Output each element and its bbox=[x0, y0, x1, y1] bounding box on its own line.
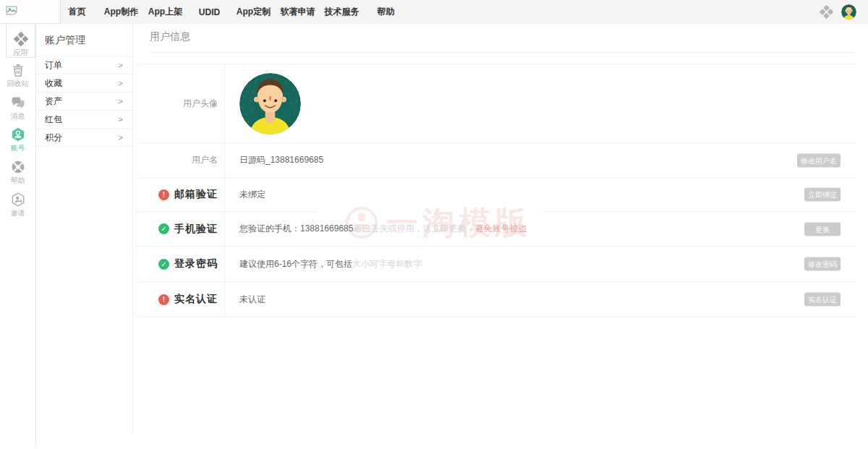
sidebar-title: 账户管理 bbox=[36, 24, 132, 56]
icon-rail: 应用 回收站 消息 账号 帮助 邀请 bbox=[0, 24, 36, 447]
sidebar-item-favorites[interactable]: 收藏 > bbox=[36, 74, 132, 93]
account-sidebar: 账户管理 订单 > 收藏 > 资产 > 红包 > 积分 > bbox=[36, 24, 133, 434]
pinwheel-apps-icon bbox=[14, 32, 28, 46]
user-avatar[interactable] bbox=[841, 4, 856, 20]
topnav-right bbox=[820, 0, 856, 24]
nav-item-app-custom[interactable]: App定制 bbox=[231, 6, 276, 18]
logo-container[interactable] bbox=[0, 0, 61, 24]
rail-item-help[interactable]: 帮助 bbox=[0, 160, 35, 184]
trash-icon bbox=[11, 63, 25, 77]
phone-warning-link[interactable]: 避免账号被盗 bbox=[475, 223, 527, 235]
row-value-cell: 日源码_13881669685 bbox=[225, 143, 856, 177]
warning-icon: ! bbox=[158, 294, 169, 305]
row-value-cell bbox=[225, 64, 856, 142]
sidebar-item-orders[interactable]: 订单 > bbox=[36, 56, 132, 74]
user-info-table: 用户头像 用户名 日源码_13881669685 修改用户名 ! 邮箱验证 bbox=[136, 64, 856, 317]
nav-item-tech-service[interactable]: 技术服务 bbox=[320, 6, 364, 18]
realname-label: 实名认证 bbox=[174, 293, 218, 306]
phone-hint-faded: 若已丢失或停用，请立即更换， bbox=[353, 223, 475, 235]
account-hexagon-icon bbox=[11, 127, 25, 142]
password-hint-faded: 大小写字母和数字 bbox=[352, 258, 422, 270]
username-value: 日源码_13881669685 bbox=[239, 154, 323, 166]
row-label-cell: 用户名 bbox=[137, 143, 225, 177]
row-label-cell: ! 实名认证 bbox=[137, 282, 225, 317]
phone-value: 您验证的手机：13881669685 bbox=[239, 223, 353, 235]
rail-item-account[interactable]: 账号 bbox=[0, 127, 35, 152]
message-icon bbox=[11, 95, 25, 110]
sidebar-item-label: 收藏 bbox=[45, 77, 62, 90]
main-content: 用户信息 用户头像 用户名 日源码_13881669685 修改用户名 bbox=[136, 24, 856, 449]
sidebar-item-label: 订单 bbox=[45, 59, 62, 72]
title-divider bbox=[150, 52, 855, 53]
row-phone-verify: ✓ 手机验证 您验证的手机：13881669685 若已丢失或停用，请立即更换，… bbox=[137, 212, 856, 247]
apps-grid-icon[interactable] bbox=[820, 5, 833, 19]
sidebar-item-label: 积分 bbox=[45, 132, 62, 144]
avatar-label: 用户头像 bbox=[183, 98, 218, 110]
nav-item-help[interactable]: 帮助 bbox=[364, 6, 408, 18]
email-verify-label: 邮箱验证 bbox=[174, 188, 218, 201]
invite-icon bbox=[11, 192, 25, 207]
row-password: ✓ 登录密码 建议使用6-16个字符，可包括大小写字母和数字 修改密码 bbox=[137, 247, 856, 282]
rail-item-invite[interactable]: 邀请 bbox=[0, 192, 35, 217]
change-phone-button[interactable]: 更换 bbox=[804, 222, 841, 236]
nav-item-udid[interactable]: UDID bbox=[187, 7, 231, 17]
rail-item-recycle[interactable]: 回收站 bbox=[0, 63, 35, 87]
sidebar-item-label: 红包 bbox=[45, 114, 62, 126]
main-nav: 首页 App制作 App上架 UDID App定制 软著申请 技术服务 帮助 bbox=[55, 0, 408, 24]
rail-item-label: 账号 bbox=[11, 145, 25, 152]
sidebar-item-redpacket[interactable]: 红包 > bbox=[36, 111, 132, 129]
warning-icon: ! bbox=[158, 189, 169, 200]
rail-item-label: 消息 bbox=[11, 113, 25, 120]
phone-verify-label: 手机验证 bbox=[174, 223, 218, 236]
rail-item-label: 邀请 bbox=[11, 210, 25, 217]
row-realname: ! 实名认证 未认证 实名认证 bbox=[137, 282, 856, 317]
check-icon: ✓ bbox=[158, 259, 169, 270]
rail-item-label: 回收站 bbox=[7, 80, 29, 87]
row-value-cell: 您验证的手机：13881669685 若已丢失或停用，请立即更换，避免账号被盗 bbox=[225, 212, 856, 246]
rail-item-messages[interactable]: 消息 bbox=[0, 95, 35, 120]
sidebar-item-points[interactable]: 积分 > bbox=[36, 129, 132, 147]
nav-item-home[interactable]: 首页 bbox=[55, 6, 99, 18]
verify-realname-button[interactable]: 实名认证 bbox=[804, 293, 841, 307]
row-value-cell: 未绑定 bbox=[225, 178, 856, 211]
row-label-cell: ✓ 手机验证 bbox=[137, 212, 225, 246]
password-label: 登录密码 bbox=[174, 257, 218, 270]
row-label-cell: ! 邮箱验证 bbox=[137, 178, 225, 211]
top-navigation: 首页 App制作 App上架 UDID App定制 软著申请 技术服务 帮助 bbox=[0, 0, 868, 24]
row-label-cell: ✓ 登录密码 bbox=[137, 247, 225, 281]
check-icon: ✓ bbox=[158, 223, 169, 234]
profile-avatar[interactable] bbox=[239, 73, 301, 134]
chevron-right-icon: > bbox=[119, 115, 123, 124]
realname-status-value: 未认证 bbox=[239, 294, 265, 306]
row-value-cell: 建议使用6-16个字符，可包括大小写字母和数字 bbox=[225, 247, 856, 281]
row-avatar: 用户头像 bbox=[137, 64, 856, 143]
avatar-image bbox=[239, 73, 301, 134]
sidebar-item-assets[interactable]: 资产 > bbox=[36, 93, 132, 111]
nav-item-app-publish[interactable]: App上架 bbox=[143, 6, 187, 18]
lifebuoy-icon bbox=[11, 160, 25, 174]
password-hint: 建议使用6-16个字符，可包括 bbox=[239, 258, 352, 270]
chevron-right-icon: > bbox=[119, 79, 123, 87]
edit-username-button[interactable]: 修改用户名 bbox=[797, 153, 841, 167]
rail-item-label: 应用 bbox=[14, 49, 28, 56]
rail-item-label: 帮助 bbox=[11, 177, 25, 184]
bind-email-button[interactable]: 立即绑定 bbox=[804, 188, 841, 202]
username-label: 用户名 bbox=[192, 154, 218, 166]
row-email-verify: ! 邮箱验证 未绑定 立即绑定 bbox=[137, 178, 856, 212]
chevron-right-icon: > bbox=[119, 61, 123, 69]
sidebar-item-label: 资产 bbox=[45, 95, 62, 108]
chevron-right-icon: > bbox=[119, 97, 123, 106]
rail-item-apps[interactable]: 应用 bbox=[6, 24, 35, 58]
nav-item-copyright[interactable]: 软著申请 bbox=[276, 6, 320, 18]
change-password-button[interactable]: 修改密码 bbox=[804, 257, 841, 271]
nav-item-app-build[interactable]: App制作 bbox=[99, 6, 143, 18]
chevron-right-icon: > bbox=[119, 133, 123, 142]
email-status-value: 未绑定 bbox=[239, 189, 265, 201]
page-title: 用户信息 bbox=[150, 30, 190, 43]
avatar-image bbox=[841, 4, 856, 20]
row-value-cell: 未认证 bbox=[225, 282, 856, 317]
row-username: 用户名 日源码_13881669685 修改用户名 bbox=[137, 143, 856, 178]
row-label-cell: 用户头像 bbox=[137, 64, 225, 142]
broken-image-icon bbox=[6, 6, 17, 16]
